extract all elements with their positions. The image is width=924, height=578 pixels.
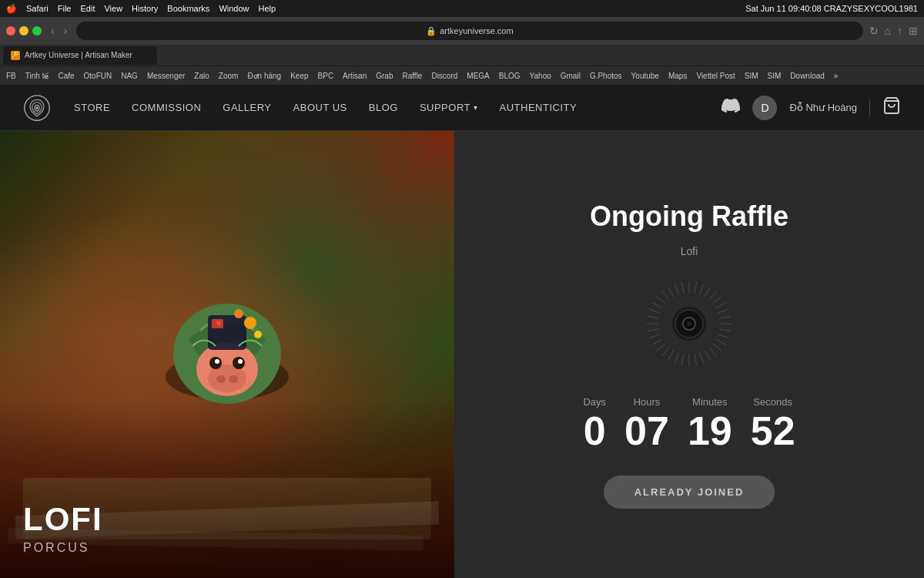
forward-button[interactable]: › [61,23,71,39]
bookmark-sim2[interactable]: SIM [768,72,782,80]
svg-line-43 [649,334,660,338]
browser-chrome: ‹ › 🔒 artkeyuniverse.com ↻ ⌂ ↑ ⊞ [0,17,924,45]
bookmark-otofun[interactable]: OtoFUN [84,72,112,80]
svg-line-51 [668,287,675,297]
nav-divider [869,99,870,117]
share-button[interactable]: ↑ [897,25,902,37]
close-button[interactable] [6,26,15,35]
svg-point-57 [687,321,691,326]
svg-line-46 [648,316,659,318]
bookmark-discord[interactable]: Discord [431,72,457,80]
nav-blog[interactable]: BLOG [369,102,398,113]
bookmark-more[interactable]: » [834,72,839,80]
nav-authenticity[interactable]: AUTHENTICITY [500,102,578,113]
bookmark-zoom[interactable]: Zoom [219,72,239,80]
seconds-label: Seconds [753,396,792,408]
bookmark-messenger[interactable]: Messenger [147,72,185,80]
hours-label: Hours [634,396,661,408]
minimize-button[interactable] [19,26,28,35]
bookmark-tinhte[interactable]: Tinh tế [25,72,49,80]
seconds-value: 52 [751,411,795,451]
svg-line-50 [662,291,670,300]
bookmark-nag[interactable]: NAG [121,72,138,80]
raffle-panel: Ongoing Raffle Lofi [454,131,924,578]
bookmark-cafe[interactable]: Cafe [58,72,74,80]
countdown-minutes: Minutes 19 [688,396,732,451]
bookmark-fb[interactable]: FB [6,72,16,80]
bookmarks-bar: FB Tinh tế Cafe OtoFUN NAG Messenger Zal… [0,66,924,85]
bookmark-sim1[interactable]: SIM [745,72,758,80]
bookmark-bpc[interactable]: BPC [318,72,334,80]
already-joined-button[interactable]: ALREADY JOINED [604,476,775,509]
bookmark-youtube[interactable]: Youtube [631,72,659,80]
site-navigation: STORE COMMISSION GALLERY ABOUT US BLOG S… [0,85,924,131]
svg-line-39 [668,351,675,361]
nav-arrows: ‹ › [48,23,70,39]
svg-line-19 [695,282,697,294]
svg-line-48 [652,303,662,309]
file-menu[interactable]: File [58,4,72,13]
bookmark-grab[interactable]: Grab [376,72,393,80]
user-avatar[interactable]: D [752,96,777,120]
bookmark-blog[interactable]: BLOG [499,72,521,80]
help-menu[interactable]: Help [259,4,276,13]
svg-line-49 [657,297,665,304]
nav-support[interactable]: SUPPORT ▾ [420,102,478,113]
active-tab[interactable]: 🔑 Artkey Universe | Artisan Maker [3,46,157,65]
sidebar-toggle[interactable]: ⊞ [909,25,918,37]
svg-line-40 [662,348,670,356]
bookmarks-menu[interactable]: Bookmarks [167,4,209,13]
bookmark-raffle[interactable]: Raffle [402,72,422,80]
svg-line-26 [719,316,731,318]
svg-line-47 [649,309,660,313]
maximize-button[interactable] [32,26,42,35]
view-menu[interactable]: View [104,4,122,13]
svg-point-8 [229,375,238,383]
site-logo[interactable] [23,94,51,122]
apple-menu[interactable]: 🍎 [6,4,17,14]
bookmark-keep[interactable]: Keep [290,72,308,80]
svg-line-37 [681,354,684,365]
bookmark-yahoo[interactable]: Yahoo [530,72,551,80]
safari-menu[interactable]: Safari [26,4,49,13]
home-button[interactable]: ⌂ [885,25,891,37]
bookmark-gmail[interactable]: Gmail [561,72,581,80]
raffle-title: Ongoing Raffle [590,200,788,233]
bookmark-gphotos[interactable]: G.Photos [590,72,622,80]
bookmark-viettelpost[interactable]: Viettel Post [696,72,735,80]
bookmark-mega[interactable]: MEGA [467,72,489,80]
address-bar[interactable]: 🔒 artkeyuniverse.com [76,22,862,40]
reload-button[interactable]: ↻ [869,25,879,37]
username-display: Đỗ Như Hoàng [789,102,857,113]
raffle-product-name: Lofi [681,245,698,257]
hours-value: 07 [624,411,669,451]
cart-icon[interactable] [882,96,901,119]
bookmark-donhang[interactable]: Đơn hàng [247,72,281,80]
tab-favicon: 🔑 [11,51,20,60]
bookmark-zalo[interactable]: Zalo [194,72,209,80]
edit-menu[interactable]: Edit [80,4,95,13]
tab-bar: 🔑 Artkey Universe | Artisan Maker [0,45,924,66]
window-menu[interactable]: Window [219,4,249,13]
hero-section: LOFI PORCUS Ongoing Raffle Lofi [0,131,924,578]
hero-image-panel: LOFI PORCUS [0,131,454,578]
url-display: artkeyuniverse.com [440,26,513,35]
nav-gallery[interactable]: GALLERY [223,102,271,113]
countdown-hours: Hours 07 [624,396,669,451]
back-button[interactable]: ‹ [48,23,58,39]
nav-commission[interactable]: COMMISSION [132,102,201,113]
discord-icon[interactable] [721,96,740,119]
bookmark-download[interactable]: Download [790,72,824,80]
bookmark-artisan[interactable]: Artisan [343,72,367,80]
svg-line-24 [716,303,726,309]
bookmark-maps[interactable]: Maps [668,72,687,80]
support-label: SUPPORT [420,102,470,113]
hero-background: LOFI PORCUS [0,131,454,578]
lock-icon: 🔒 [426,26,437,36]
svg-line-32 [709,348,717,356]
history-menu[interactable]: History [132,4,158,13]
nav-store[interactable]: STORE [74,102,110,113]
svg-line-53 [681,282,684,294]
nav-about[interactable]: ABOUT US [293,102,347,113]
countdown-days: Days 0 [583,396,606,451]
